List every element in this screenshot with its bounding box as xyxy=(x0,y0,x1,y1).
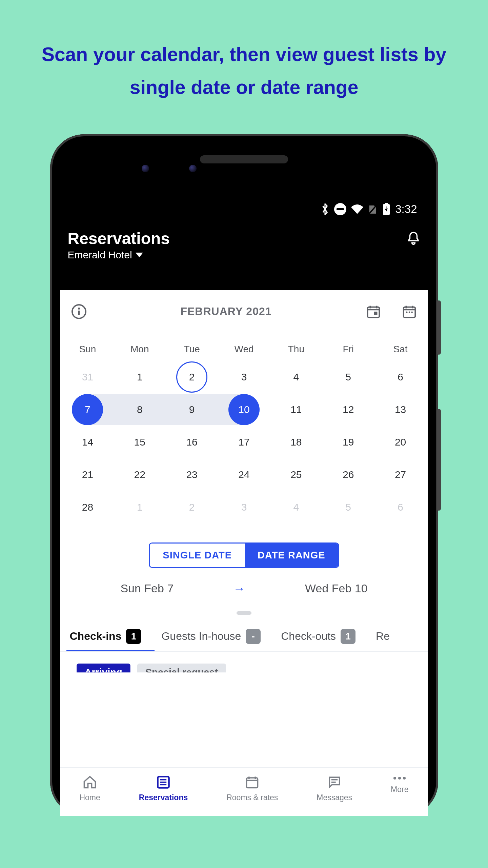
calendar-day[interactable]: 4 xyxy=(270,361,322,393)
calendar-day[interactable]: 22 xyxy=(114,458,166,491)
calendar-day[interactable]: 10 xyxy=(218,393,270,426)
calendar-day[interactable]: 3 xyxy=(218,491,270,524)
svg-point-29 xyxy=(393,777,396,780)
calendar-day[interactable]: 27 xyxy=(374,458,427,491)
today-icon[interactable] xyxy=(365,303,382,320)
calendar-day-number: 3 xyxy=(241,371,247,383)
phone-camera-icon xyxy=(189,165,197,172)
nav-label: Home xyxy=(79,793,100,802)
tab-badge: 1 xyxy=(341,629,355,644)
tab-badge: 1 xyxy=(126,629,141,644)
nav-home[interactable]: Home xyxy=(79,775,100,802)
page-title: Reservations xyxy=(68,229,170,248)
calendar-day[interactable]: 1 xyxy=(114,361,166,393)
nav-more[interactable]: More xyxy=(391,775,408,802)
calendar-day[interactable]: 21 xyxy=(62,458,114,491)
weekday-label: Sun xyxy=(62,344,114,355)
bluetooth-icon xyxy=(321,203,329,216)
calendar-day[interactable]: 5 xyxy=(322,491,374,524)
phone-camera-icon xyxy=(142,165,149,172)
calendar-day-number: 6 xyxy=(398,371,403,383)
calendar-day-number: 14 xyxy=(82,436,93,448)
month-view-icon[interactable] xyxy=(401,303,418,320)
calendar-day[interactable]: 18 xyxy=(270,426,322,458)
calendar-day-number: 2 xyxy=(189,371,195,383)
chevron-down-icon xyxy=(136,253,143,257)
nav-reservations[interactable]: Reservations xyxy=(139,775,188,802)
calendar-day-number: 3 xyxy=(241,501,247,513)
calendar-day[interactable]: 31 xyxy=(62,361,114,393)
tab-check-outs[interactable]: Check-outs1 xyxy=(281,629,355,651)
weekday-label: Thu xyxy=(270,344,322,355)
calendar-day-number: 24 xyxy=(238,469,249,480)
calendar-day[interactable]: 12 xyxy=(322,393,374,426)
calendar-day[interactable]: 14 xyxy=(62,426,114,458)
calendar-day[interactable]: 5 xyxy=(322,361,374,393)
svg-rect-9 xyxy=(374,312,377,315)
calendar-day[interactable]: 23 xyxy=(166,458,218,491)
nav-rooms-rates[interactable]: Rooms & rates xyxy=(226,775,278,802)
drag-handle[interactable] xyxy=(237,611,251,615)
notifications-icon[interactable] xyxy=(406,231,421,245)
svg-point-5 xyxy=(78,308,80,310)
calendar-day[interactable]: 25 xyxy=(270,458,322,491)
calendar-day-number: 17 xyxy=(238,436,249,448)
filter-chip-special-request[interactable]: Special request xyxy=(137,664,226,682)
range-start-date[interactable]: Sun Feb 7 xyxy=(120,582,174,595)
calendar-day[interactable]: 2 xyxy=(166,491,218,524)
calendar-day[interactable]: 3 xyxy=(218,361,270,393)
home-icon xyxy=(82,775,97,790)
range-end-date[interactable]: Wed Feb 10 xyxy=(305,582,368,595)
calendar-day[interactable]: 16 xyxy=(166,426,218,458)
calendar-day-number: 4 xyxy=(293,371,299,383)
calendar-day[interactable]: 1 xyxy=(114,491,166,524)
date-range-button[interactable]: DATE RANGE xyxy=(245,544,338,567)
calendar-day[interactable]: 17 xyxy=(218,426,270,458)
filter-chips: ArrivingSpecial request xyxy=(60,652,428,693)
nav-label: Rooms & rates xyxy=(226,793,278,802)
tab-guests-in-house[interactable]: Guests In-house- xyxy=(161,629,261,651)
calendar-day[interactable]: 19 xyxy=(322,426,374,458)
info-icon[interactable] xyxy=(70,303,87,320)
battery-charging-icon xyxy=(382,203,390,216)
calendar-day[interactable]: 20 xyxy=(374,426,427,458)
tab-check-ins[interactable]: Check-ins1 xyxy=(70,629,141,651)
calendar-day[interactable]: 4 xyxy=(270,491,322,524)
screen-content: FEBRUARY 2021 SunMonTueWedThuFriSat 3112… xyxy=(60,290,428,816)
calendar-day[interactable]: 11 xyxy=(270,393,322,426)
calendar-day-number: 15 xyxy=(134,436,145,448)
calendar-day[interactable]: 15 xyxy=(114,426,166,458)
calendar-day[interactable]: 9 xyxy=(166,393,218,426)
calendar-day-number: 1 xyxy=(137,371,143,383)
nav-messages[interactable]: Messages xyxy=(317,775,352,802)
svg-point-14 xyxy=(406,311,408,313)
tab-label: Re xyxy=(376,630,390,643)
calendar-day[interactable]: 13 xyxy=(374,393,427,426)
calendar-day-number: 12 xyxy=(343,404,354,415)
svg-point-31 xyxy=(403,777,406,780)
calendar-day-number: 28 xyxy=(82,501,93,513)
filter-chip-arriving[interactable]: Arriving xyxy=(77,664,130,682)
hotel-selector[interactable]: Emerald Hotel xyxy=(68,249,421,261)
calendar-day-number: 31 xyxy=(82,371,93,383)
weekday-label: Tue xyxy=(166,344,218,355)
tab-re[interactable]: Re xyxy=(376,630,390,650)
calendar-day[interactable]: 28 xyxy=(62,491,114,524)
selected-range-display: Sun Feb 7 → Wed Feb 10 xyxy=(60,581,428,607)
calendar-day[interactable]: 2 xyxy=(166,361,218,393)
calendar-day[interactable]: 24 xyxy=(218,458,270,491)
calendar-day[interactable]: 7 xyxy=(62,393,114,426)
do-not-disturb-icon xyxy=(334,203,346,215)
calendar-day[interactable]: 6 xyxy=(374,491,427,524)
calendar-day[interactable]: 8 xyxy=(114,393,166,426)
calendar-day-number: 8 xyxy=(137,404,143,415)
svg-rect-23 xyxy=(247,778,258,788)
nav-label: Messages xyxy=(317,793,352,802)
calendar-day[interactable]: 6 xyxy=(374,361,427,393)
svg-point-30 xyxy=(398,777,401,780)
calendar-day-number: 10 xyxy=(238,404,249,415)
phone-earpiece xyxy=(200,155,288,163)
single-date-button[interactable]: SINGLE DATE xyxy=(150,544,245,567)
calendar-day[interactable]: 26 xyxy=(322,458,374,491)
calendar-day-number: 26 xyxy=(343,469,354,480)
